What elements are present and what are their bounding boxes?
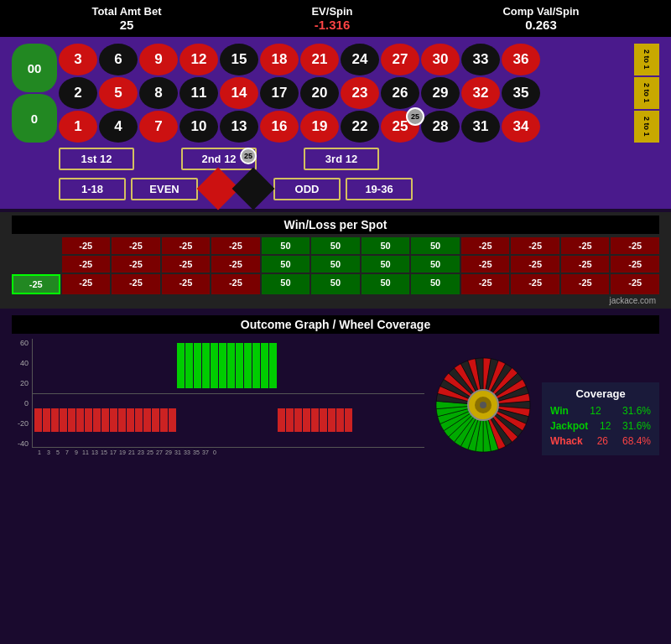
cell-25[interactable]: 25 25 — [381, 111, 419, 143]
wl-r1-c9[interactable]: -25 — [461, 237, 510, 254]
wl-r1-c4[interactable]: -25 — [211, 237, 260, 254]
side-2to1-top[interactable]: 2 to 1 — [634, 44, 659, 75]
low-bet[interactable]: 1-18 — [59, 178, 126, 200]
wl-r1-c12[interactable]: -25 — [611, 237, 659, 254]
y-label-0: 0 — [12, 399, 29, 408]
cell-34[interactable]: 34 — [502, 111, 540, 143]
cell-26[interactable]: 26 — [381, 77, 419, 109]
svg-point-2 — [480, 402, 486, 408]
wl-r1-c11[interactable]: -25 — [561, 237, 610, 254]
coverage-win-pct: 31.6% — [622, 405, 651, 417]
high-bet[interactable]: 19-36 — [346, 178, 413, 200]
outcome-section: Outcome Graph / Wheel Coverage 60 40 20 … — [0, 312, 671, 459]
cell-15[interactable]: 15 — [220, 44, 258, 75]
bar-col-19 — [194, 339, 201, 447]
bar-col-3 — [60, 339, 67, 447]
coverage-win-row: Win 12 31.6% — [550, 405, 651, 417]
bar-col-29 — [278, 339, 285, 447]
cell-12[interactable]: 12 — [179, 44, 218, 75]
cell-35[interactable]: 35 — [502, 77, 540, 109]
cell-30[interactable]: 30 — [421, 44, 460, 75]
wl-r1-c6[interactable]: 50 — [311, 237, 360, 254]
cell-4[interactable]: 4 — [99, 111, 138, 143]
cell-2[interactable]: 2 — [59, 77, 97, 109]
cell-18[interactable]: 18 — [260, 44, 299, 75]
third-12-bet[interactable]: 3rd 12 — [304, 148, 379, 170]
bar-col-20 — [202, 339, 210, 447]
outcome-chart-wrapper: 60 40 20 0 -20 -40 1 3 5 — [12, 339, 424, 455]
coverage-win-count: 12 — [590, 405, 601, 417]
cell-7[interactable]: 7 — [139, 111, 178, 143]
cell-5[interactable]: 5 — [99, 77, 138, 109]
cell-21[interactable]: 21 — [300, 44, 339, 75]
coverage-jackpot-label: Jackpot — [550, 420, 588, 432]
odd-bet[interactable]: ODD — [273, 178, 341, 200]
cell-11[interactable]: 11 — [179, 77, 218, 109]
bar-col-23 — [227, 339, 235, 447]
cell-1[interactable]: 1 — [59, 111, 97, 143]
total-amt-bet-value: 25 — [91, 18, 161, 32]
cell-17[interactable]: 17 — [260, 77, 299, 109]
bar-col-25 — [244, 339, 252, 447]
coverage-jackpot-row: Jackpot 12 31.6% — [550, 420, 651, 432]
wl-r1-c7[interactable]: 50 — [362, 237, 410, 254]
cell-14[interactable]: 14 — [220, 77, 258, 109]
cell-8[interactable]: 8 — [139, 77, 178, 109]
bar-col-12 — [135, 339, 143, 447]
bar-col-30 — [286, 339, 294, 447]
cell-19[interactable]: 19 — [300, 111, 339, 143]
side-2to1-mid[interactable]: 2 to 1 — [634, 77, 659, 109]
coverage-whack-row: Whack 26 68.4% — [550, 435, 651, 447]
wl-highlighted[interactable]: -25 — [12, 274, 60, 294]
coverage-whack-label: Whack — [550, 435, 583, 447]
bar-col-27 — [261, 339, 268, 447]
second-12-bet[interactable]: 2nd 12 25 — [181, 148, 257, 170]
ev-spin-value: -1.316 — [311, 18, 352, 32]
winloss-row-3: -25 -25 -25 -25 -25 50 50 50 50 -25 -25 … — [12, 274, 659, 294]
cell-23[interactable]: 23 — [341, 77, 379, 109]
roulette-wheel — [433, 355, 533, 455]
even-bet[interactable]: EVEN — [131, 178, 198, 200]
cell-33[interactable]: 33 — [461, 44, 500, 75]
cell-10[interactable]: 10 — [179, 111, 218, 143]
wl-r1-c8[interactable]: 50 — [411, 237, 460, 254]
cell-24[interactable]: 24 — [341, 44, 379, 75]
cell-36[interactable]: 36 — [502, 44, 540, 75]
number-row-3: 1 4 7 10 13 16 19 22 25 25 28 31 34 — [59, 111, 632, 143]
cell-22[interactable]: 22 — [341, 111, 379, 143]
cell-29[interactable]: 29 — [421, 77, 460, 109]
cell-20[interactable]: 20 — [300, 77, 339, 109]
cell-13[interactable]: 13 — [220, 111, 258, 143]
wl-r1-c1[interactable]: -25 — [62, 237, 111, 254]
bar-col-18 — [185, 339, 193, 447]
wl-r1-c3[interactable]: -25 — [162, 237, 211, 254]
cell-16[interactable]: 16 — [260, 111, 299, 143]
bar-col-22 — [219, 339, 226, 447]
bar-chart — [32, 339, 424, 448]
side-2to1-bot[interactable]: 2 to 1 — [634, 111, 659, 143]
cell-00[interactable]: 00 — [12, 44, 57, 92]
coverage-whack-pct: 68.4% — [622, 435, 651, 447]
wl-r1-c2[interactable]: -25 — [112, 237, 160, 254]
wl-r1-c5[interactable]: 50 — [262, 237, 310, 254]
bar-col-32 — [303, 339, 310, 447]
cell-0[interactable]: 0 — [12, 94, 57, 143]
first-12-bet[interactable]: 1st 12 — [59, 148, 134, 170]
cell-27[interactable]: 27 — [381, 44, 419, 75]
cell-6[interactable]: 6 — [99, 44, 138, 75]
y-label-40: 40 — [12, 359, 29, 367]
cell-3[interactable]: 3 — [59, 44, 97, 75]
cell-9[interactable]: 9 — [139, 44, 178, 75]
number-row-1: 3 6 9 12 15 18 21 24 27 30 33 36 — [59, 44, 632, 75]
comp-val-value: 0.263 — [502, 18, 579, 32]
cell-28[interactable]: 28 — [421, 111, 460, 143]
bar-col-37 — [345, 339, 352, 447]
bar-col-21 — [211, 339, 218, 447]
ev-spin: EV/Spin -1.316 — [311, 5, 352, 32]
wl-r1-c10[interactable]: -25 — [511, 237, 559, 254]
jackace-credit: jackace.com — [12, 296, 659, 305]
cell-32[interactable]: 32 — [461, 77, 500, 109]
black-diamond[interactable] — [232, 168, 275, 210]
number-row-2: 2 5 8 11 14 17 20 23 26 29 32 35 — [59, 77, 632, 109]
cell-31[interactable]: 31 — [461, 111, 500, 143]
